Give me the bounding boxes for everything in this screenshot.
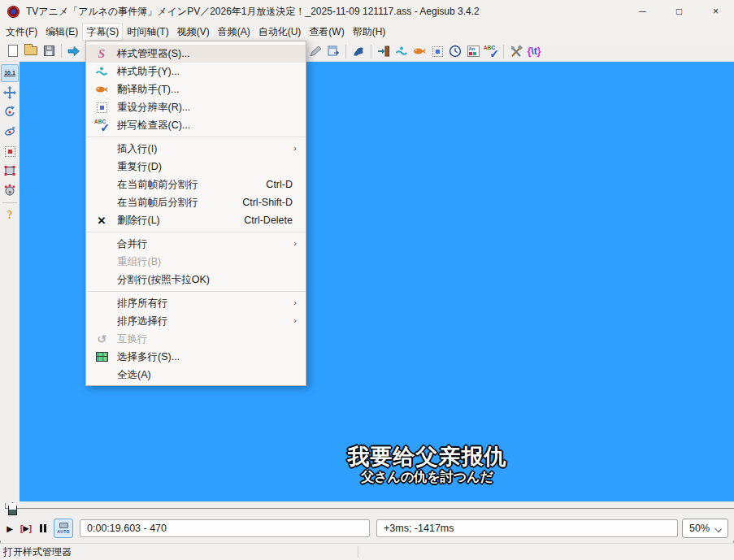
play-range-icon: ▶	[24, 524, 29, 532]
menu-help[interactable]: 帮助(H)	[349, 23, 390, 41]
override-tag-icon: {\t}	[528, 46, 541, 57]
time-shift-field[interactable]: +3ms; -1417ms	[376, 519, 678, 537]
attachments-button[interactable]	[324, 42, 342, 60]
menu-item-sort-selected-lines[interactable]: 排序选择行 ›	[86, 312, 306, 330]
spell-checker-button[interactable]: ABC ✓	[482, 42, 500, 60]
title-bar: TVアニメ「アルネの事件簿」メインPV／2026年1月放送決定！_2025-11…	[0, 0, 734, 23]
play-button[interactable]: ▶	[3, 519, 16, 537]
menu-audio[interactable]: 音频(A)	[214, 23, 254, 41]
save-floppy-icon	[44, 46, 54, 56]
submenu-arrow-icon: ›	[293, 315, 297, 325]
scale-tool-button[interactable]	[1, 142, 19, 160]
auto-seek-toggle[interactable]: AUTO	[54, 519, 73, 538]
properties-button[interactable]	[306, 42, 324, 60]
subtitle-menu-popup: S 样式管理器(S)... 样式助手(Y)... 翻译助手(T)... 重设分辨…	[85, 41, 306, 386]
playback-controls: ▶ [▶] AUTO 0:00:19.603 - 470 +3ms; -1417…	[0, 516, 734, 540]
vector-clip-tool-button[interactable]: a	[1, 181, 19, 199]
styling-assistant-button[interactable]	[393, 42, 410, 60]
menu-item-resample-resolution[interactable]: 重设分辨率(R)...	[86, 98, 306, 116]
seek-track[interactable]	[5, 508, 734, 509]
menu-automation[interactable]: 自动化(U)	[254, 23, 306, 41]
menu-item-sort-all-lines[interactable]: 排序所有行 ›	[86, 294, 306, 312]
rotate-xy-tool-button[interactable]	[1, 123, 19, 141]
menu-video[interactable]: 视频(V)	[173, 23, 214, 41]
play-icon: ▶	[7, 524, 13, 533]
open-subtitles-button[interactable]	[22, 42, 40, 60]
rotate-z-icon	[3, 106, 16, 119]
menu-item-select-lines[interactable]: 选择多行(S)...	[86, 348, 306, 366]
vector-clip-icon: a	[3, 184, 16, 197]
play-line-button[interactable]: [▶]	[16, 519, 36, 537]
status-message: 打开样式管理器	[0, 545, 72, 559]
seek-slider-handle[interactable]	[8, 502, 17, 515]
aegisub-logo-icon	[7, 6, 20, 18]
menu-subtitle[interactable]: 字幕(S)	[82, 23, 123, 41]
menu-item-join-lines[interactable]: 合并行 ›	[86, 235, 306, 253]
clock-icon	[449, 45, 462, 58]
menu-item-duplicate-lines[interactable]: 重复行(D)	[86, 158, 306, 176]
options-button[interactable]	[507, 42, 525, 60]
zoom-value: 50%	[689, 523, 710, 534]
menu-bar: 文件(F) 编辑(E) 字幕(S) 时间轴(T) 视频(V) 音频(A) 自动化…	[0, 23, 734, 41]
window-arrow-icon	[327, 45, 340, 58]
automation-button[interactable]	[350, 42, 367, 60]
toolbar-separator	[503, 45, 504, 59]
clip-tool-button[interactable]	[1, 162, 19, 180]
menu-item-insert-lines[interactable]: 插入行(I) ›	[86, 140, 306, 158]
drag-tool-button[interactable]	[1, 84, 19, 102]
auto-label: AUTO	[57, 529, 69, 534]
standard-tool-button[interactable]: 10.1	[1, 64, 19, 82]
monitor-icon	[59, 523, 68, 528]
window-title: TVアニメ「アルネの事件簿」メインPV／2026年1月放送決定！_2025-11…	[26, 5, 480, 19]
pause-button[interactable]	[36, 519, 50, 537]
menu-item-delete-lines[interactable]: ✕ 删除行(L) Ctrl-Delete	[86, 211, 306, 229]
menu-item-translation-assistant[interactable]: 翻译助手(T)...	[86, 80, 306, 98]
menu-item-spell-checker[interactable]: ABC✓ 拼写检查器(C)...	[86, 116, 306, 134]
translation-assistant-button[interactable]	[410, 42, 428, 60]
menu-item-split-after-frame[interactable]: 在当前帧后分割行 Ctrl-Shift-D	[86, 193, 306, 211]
shortcut-label: Ctrl-Delete	[244, 215, 293, 226]
shortcut-label: Ctrl-D	[266, 179, 293, 190]
subtitle-line-japanese: 父さんの仇を討つんだ	[70, 471, 734, 484]
maximize-button[interactable]: □	[661, 0, 697, 23]
menu-file[interactable]: 文件(F)	[2, 23, 41, 41]
menu-item-select-all[interactable]: 全选(A)	[86, 366, 306, 384]
resample-inner-square	[436, 50, 440, 54]
jump-button[interactable]	[65, 42, 83, 60]
swimmer-icon	[395, 45, 408, 58]
menu-item-style-manager[interactable]: S 样式管理器(S)...	[86, 45, 306, 63]
shift-times-button[interactable]	[446, 42, 464, 60]
status-bar: 打开样式管理器	[0, 543, 734, 560]
select-lines-icon	[86, 352, 117, 362]
help-button[interactable]: ?	[1, 206, 19, 224]
video-zoom-dropdown[interactable]: 50%	[682, 519, 728, 538]
submenu-arrow-icon: ›	[293, 143, 297, 153]
commit-button[interactable]	[375, 42, 393, 60]
new-subtitles-button[interactable]	[4, 42, 22, 60]
menu-timing[interactable]: 时间轴(T)	[123, 23, 172, 41]
select-lines-button[interactable]: An	[464, 42, 482, 60]
status-divider	[358, 546, 358, 558]
minimize-button[interactable]: ─	[624, 0, 661, 23]
toolbar-separator	[371, 45, 371, 59]
bracket-close: ]	[28, 523, 32, 533]
standard-tool-icon: 10.1	[4, 70, 15, 76]
rotate-z-tool-button[interactable]	[1, 103, 19, 121]
styling-assistant-icon	[86, 65, 117, 78]
splash-icon	[352, 45, 365, 58]
toggle-tags-button[interactable]: {\t}	[525, 42, 543, 60]
resample-resolution-button[interactable]	[428, 42, 446, 60]
submenu-arrow-icon: ›	[293, 297, 297, 307]
close-button[interactable]: ×	[697, 0, 734, 23]
menu-separator	[86, 291, 306, 292]
menu-item-split-by-karaoke[interactable]: 分割行(按照卡拉OK)	[86, 271, 306, 289]
menu-view[interactable]: 查看(W)	[305, 23, 348, 41]
toolbar-separator	[61, 44, 62, 58]
video-position-field[interactable]: 0:00:19.603 - 470	[80, 519, 370, 537]
open-folder-icon	[24, 46, 37, 55]
menu-item-styling-assistant[interactable]: 样式助手(Y)...	[86, 63, 306, 80]
save-subtitles-button[interactable]	[40, 42, 58, 60]
menu-edit[interactable]: 编辑(E)	[41, 23, 82, 41]
menu-item-split-before-frame[interactable]: 在当前帧前分割行 Ctrl-D	[86, 176, 306, 193]
video-seek-row	[0, 501, 734, 516]
